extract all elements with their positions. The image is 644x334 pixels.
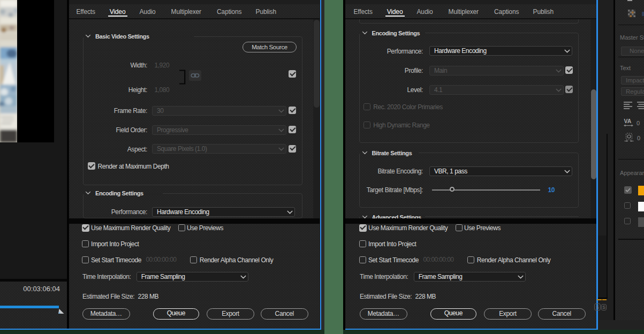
- svg-text:VA: VA: [624, 118, 632, 124]
